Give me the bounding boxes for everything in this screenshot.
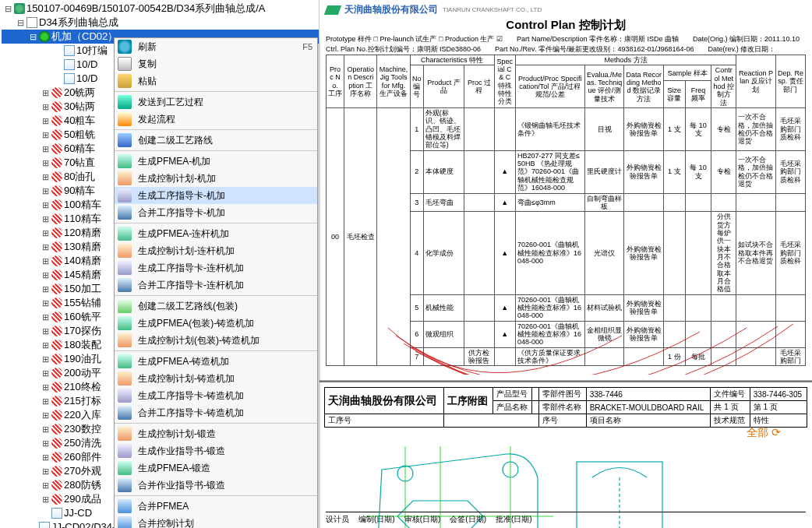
route-icon — [118, 133, 132, 147]
diamond-icon — [51, 312, 62, 322]
pfmea-icon — [118, 461, 132, 475]
drawing-title: 工序附图 — [443, 388, 492, 414]
logo-icon — [324, 5, 341, 15]
ctx-send-process[interactable]: 发送到工艺过程 — [115, 93, 317, 111]
ctx-merge-mj[interactable]: 合并工序指导卡-机加 — [115, 204, 317, 221]
signature-row: 设计员编制(日期)审核(日期)会签(日期)批准(日期) — [326, 512, 806, 525]
diamond-icon — [51, 354, 62, 364]
pfmea-icon — [118, 227, 132, 241]
diamond-icon — [51, 87, 62, 98]
drawing-header: 天润曲轴股份有限公司 工序附图 产品型号 零部件图号338-7446 文件编号3… — [324, 387, 807, 428]
diamond-icon — [51, 115, 62, 126]
meta-field: Date(rev.) 修改日期： — [708, 44, 776, 55]
card-icon — [118, 188, 132, 202]
ctx-route2-pk[interactable]: 创建二级工艺路线(包装) — [115, 297, 317, 315]
copy-icon — [118, 57, 132, 71]
diamond-icon — [51, 297, 62, 308]
diamond-icon — [51, 129, 62, 140]
ctx-card-zj[interactable]: 生成工序指导卡-铸造机加 — [115, 387, 317, 404]
diamond-icon — [51, 199, 62, 210]
pfmea-icon — [118, 154, 132, 168]
ctx-copy[interactable]: 复制 — [115, 55, 317, 72]
ctx-pfmea-zj[interactable]: 生成PFMEA-铸造机加 — [115, 353, 317, 370]
diamond-icon — [51, 382, 62, 392]
pfmea-icon — [118, 316, 132, 330]
ctx-pfmea-pk[interactable]: 生成PFMEA(包装)-铸造机加 — [115, 315, 317, 332]
context-menu: 刷新F5 复制 粘贴 发送到工艺过程 发起流程 创建二级工艺路线 生成PFMEA… — [114, 37, 318, 528]
diamond-icon — [51, 326, 62, 336]
ctx-create-route2[interactable]: 创建二级工艺路线 — [115, 132, 317, 149]
ctx-cp-lg[interactable]: 生成控制计划-连杆机加 — [115, 242, 317, 259]
refresh-icon — [118, 40, 132, 54]
doc-icon — [64, 45, 75, 56]
ctx-merge-dz[interactable]: 合并作业指导书-锻造 — [115, 477, 317, 494]
stamp: 全部 ⟳ — [747, 426, 781, 440]
logo-text: 天润曲轴股份有限公司 — [344, 3, 438, 16]
merge-icon — [118, 516, 132, 528]
ctx-merge-pfmea[interactable]: 合并PFMEA — [115, 498, 317, 515]
doc-icon — [64, 59, 75, 70]
ctx-cp-pk[interactable]: 生成控制计划(包装)-铸造机加 — [115, 332, 317, 349]
control-plan-table: Proc No. 工序 Operation Description 工序名称 M… — [326, 55, 806, 366]
circle-icon — [39, 31, 50, 42]
meta-field: Date(Orig.) 编制日期：2011.10.10 — [693, 34, 800, 44]
diamond-icon — [51, 101, 62, 112]
merge-icon — [118, 278, 132, 292]
diamond-icon — [51, 213, 62, 224]
meta-field: Prototype 样件 □ Pre-launch 试生产 □ Producti… — [326, 34, 503, 44]
paste-icon — [118, 74, 132, 88]
control-plan-doc: 天润曲轴股份有限公司 TIANRUN CRANKSHAFT CO., LTD C… — [320, 0, 812, 381]
doc-icon — [51, 508, 62, 519]
ctx-start-flow[interactable]: 发起流程 — [115, 111, 317, 128]
merge-icon — [118, 206, 132, 220]
company-name: 天润曲轴股份有限公司 — [325, 388, 444, 414]
ctx-merge-zj[interactable]: 合并工序指导卡-铸造机加 — [115, 404, 317, 421]
controlplan-icon — [118, 244, 132, 258]
ctx-cp-dz[interactable]: 生成控制计划-锻造 — [115, 425, 317, 442]
card-icon — [118, 261, 132, 275]
diamond-icon — [51, 410, 62, 421]
logo-text-en: TIANRUN CRANKSHAFT CO., LTD — [443, 6, 542, 13]
meta-field: Part No./Rev. 零件编号/最新更改级别：4938162-01/J96… — [495, 44, 694, 55]
ctx-paste[interactable]: 粘贴 — [115, 72, 317, 90]
ctx-pfmea-dz[interactable]: 生成PFMEA-锻造 — [115, 459, 317, 477]
ctx-pfmea-lg[interactable]: 生成PFMEA-连杆机加 — [115, 225, 317, 242]
ctx-merge-lg[interactable]: 合并工序指导卡-连杆机加 — [115, 276, 317, 294]
ctx-cp-zj[interactable]: 生成控制计划-铸造机加 — [115, 370, 317, 387]
merge-icon — [118, 478, 132, 492]
diamond-icon — [51, 494, 62, 505]
ctx-pfmea-mj[interactable]: 生成PFMEA-机加 — [115, 153, 317, 170]
meta-field: Ctrl. Plan No.控制计划编号：康明斯 ISDe3880-06 — [326, 44, 481, 55]
tree-node[interactable]: ⊟D34系列曲轴总成 — [2, 16, 319, 30]
controlplan-icon — [118, 371, 132, 385]
tree-panel: ⊟150107-00469B/150107-00542B/D34系列曲轴总成/A… — [0, 0, 320, 528]
diamond-icon — [51, 255, 62, 266]
diamond-icon — [51, 452, 62, 463]
ctx-merge-cp[interactable]: 合并控制计划 — [115, 515, 317, 528]
document-panel: 天润曲轴股份有限公司 TIANRUN CRANKSHAFT CO., LTD C… — [320, 0, 812, 528]
send-icon — [118, 95, 132, 109]
doc-icon — [39, 522, 50, 528]
company-logo: 天润曲轴股份有限公司 TIANRUN CRANKSHAFT CO., LTD — [326, 3, 806, 16]
diamond-icon — [51, 241, 62, 252]
diamond-icon — [51, 424, 62, 435]
ctx-card-lg[interactable]: 生成工序指导卡-连杆机加 — [115, 259, 317, 276]
ctx-man-dz[interactable]: 生成作业指导书-锻造 — [115, 442, 317, 459]
ctx-card-mj[interactable]: 生成工序指导卡-机加 — [115, 187, 317, 204]
table-row: 00毛坯检查1外观(标识、锈迹、凸凹、毛坯错模及料焊部位等)《锻钢曲轴毛坯技术条… — [327, 108, 806, 151]
flow-icon — [118, 112, 132, 126]
diamond-icon — [51, 438, 62, 449]
ctx-cp-mj[interactable]: 生成控制计划-机加 — [115, 170, 317, 187]
page-icon — [26, 17, 37, 28]
diamond-icon — [51, 227, 62, 238]
diamond-icon — [51, 269, 62, 280]
tree-root[interactable]: ⊟150107-00469B/150107-00542B/D34系列曲轴总成/A — [2, 2, 319, 16]
meta-field: Part Name/Description 零件名称：康明斯 ISDe 曲轴 — [517, 34, 679, 44]
diamond-icon — [51, 143, 62, 154]
process-drawing-doc: 天润曲轴股份有限公司 工序附图 产品型号 零部件图号338-7446 文件编号3… — [320, 381, 812, 528]
diamond-icon — [51, 396, 62, 407]
diamond-icon — [51, 466, 62, 477]
merge-icon — [118, 499, 132, 513]
doc-icon — [64, 73, 75, 84]
ctx-refresh[interactable]: 刷新F5 — [115, 38, 317, 55]
